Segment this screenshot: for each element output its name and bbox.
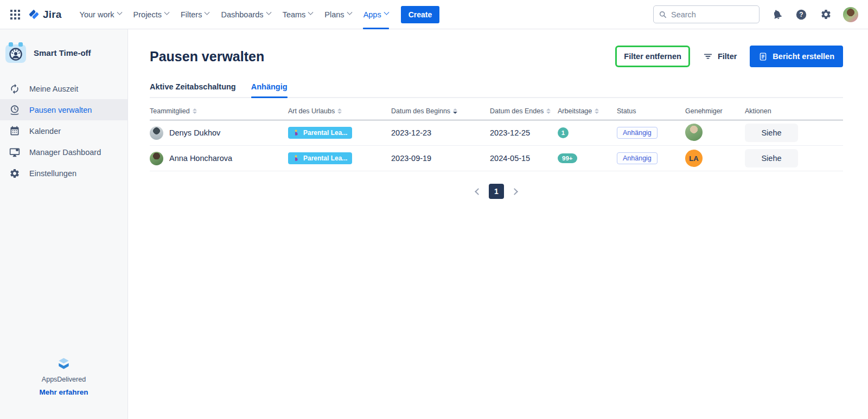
nav-label: Dashboards (221, 10, 263, 19)
brand-name: AppsDelivered (42, 376, 86, 383)
annotation-highlight-box: Filter entfernen (615, 46, 690, 67)
sidebar-item-pausen-verwalten[interactable]: Pausen verwalten (0, 99, 127, 120)
document-icon (758, 52, 768, 61)
grid-dots-icon (10, 10, 20, 20)
approver-avatar (685, 124, 703, 141)
chevron-down-icon (205, 10, 210, 15)
view-button[interactable]: Siehe (745, 149, 798, 167)
create-report-button[interactable]: Bericht erstellen (750, 46, 843, 67)
help-button[interactable]: ? (794, 8, 808, 22)
settings-button[interactable] (819, 8, 833, 22)
app-switcher-icon[interactable] (7, 6, 24, 23)
calendar-icon (8, 126, 21, 137)
primary-nav: Your work Projects Filters Dashboards Te… (74, 0, 394, 29)
sidebar-item-meine-auszeit[interactable]: Meine Auszeit (0, 78, 127, 99)
column-label: Teammitglied (150, 107, 190, 115)
sort-desc-icon[interactable] (453, 108, 457, 114)
leave-type-label: Parental Lea... (303, 154, 347, 162)
member-avatar (150, 126, 163, 140)
start-date-cell: 2023-09-19 (391, 154, 490, 163)
table-row: Anna Honcharova Parental Lea... 2023-09-… (150, 146, 843, 171)
search-input[interactable] (671, 10, 754, 19)
sidebar-item-label: Pausen verwalten (29, 106, 92, 114)
search-icon (659, 10, 667, 19)
global-search[interactable] (653, 5, 760, 23)
sidebar-item-kalender[interactable]: Kalender (0, 120, 127, 141)
remove-filter-button[interactable]: Filter entfernen (624, 52, 681, 61)
column-header-arbeitstage[interactable]: Arbeitstage (558, 107, 617, 115)
gear-icon (820, 9, 832, 20)
nav-item-dashboards[interactable]: Dashboards (215, 0, 276, 29)
column-header-datum-des-beginns[interactable]: Datum des Beginns (391, 107, 490, 115)
approver-avatar-initials: LA (685, 150, 703, 167)
sort-icon[interactable] (595, 108, 599, 114)
nav-label: Apps (363, 10, 381, 19)
tab-bar: Aktive Zeitabschaltung Anhängig (150, 82, 843, 98)
smart-time-off-app-icon (5, 42, 26, 63)
actions-cell: Siehe (745, 149, 843, 167)
notifications-button[interactable] (770, 8, 784, 22)
view-button[interactable]: Siehe (745, 124, 798, 142)
sort-icon[interactable] (193, 108, 197, 114)
refresh-clock-icon (8, 83, 21, 94)
sidebar-menu: Meine Auszeit Pausen verwalten Kalender … (0, 78, 127, 184)
sidebar-item-einstellungen[interactable]: Einstellungen (0, 163, 127, 184)
filter-button[interactable]: Filter (703, 51, 737, 61)
column-label: Datum des Endes (490, 107, 544, 115)
sidebar-footer: AppsDelivered Mehr erfahren (0, 356, 127, 419)
next-page-icon[interactable] (511, 188, 518, 195)
current-page-button[interactable]: 1 (489, 184, 504, 199)
chevron-down-icon (117, 10, 122, 15)
sidebar-item-label: Manager Dashboard (29, 148, 101, 157)
tab-aktive-zeitabschaltung[interactable]: Aktive Zeitabschaltung (150, 82, 236, 97)
table-row: Denys Dukhov Parental Lea... 2023-12-23 … (150, 120, 843, 146)
sort-icon[interactable] (337, 108, 342, 114)
filter-button-label: Filter (718, 52, 737, 61)
nav-label: Teams (283, 10, 306, 19)
nav-item-apps[interactable]: Apps (358, 0, 394, 29)
page-title: Pausen verwalten (150, 49, 264, 65)
nav-item-filters[interactable]: Filters (175, 0, 215, 29)
jira-logo[interactable]: Jira (27, 8, 62, 21)
app-header: Smart Time-off (0, 29, 127, 75)
create-report-label: Bericht erstellen (773, 52, 834, 61)
column-header-art-des-urlaubs[interactable]: Art des Urlaubs (288, 107, 391, 115)
workdays-badge: 99+ (558, 153, 577, 163)
column-header-datum-des-endes[interactable]: Datum des Endes (490, 107, 558, 115)
sidebar-item-label: Einstellungen (29, 169, 76, 178)
actions-cell: Siehe (745, 124, 843, 142)
top-navigation-bar: Jira Your work Projects Filters Dashboar… (0, 0, 868, 29)
sidebar-item-label: Meine Auszeit (29, 85, 78, 93)
nav-item-projects[interactable]: Projects (127, 0, 175, 29)
pregnant-person-icon (293, 129, 300, 137)
user-avatar[interactable] (843, 7, 858, 22)
jira-logo-text: Jira (43, 9, 62, 21)
leave-type-cell: Parental Lea... (288, 152, 391, 164)
sort-icon[interactable] (546, 108, 551, 114)
gear-clock-icon (8, 168, 21, 179)
svg-text:?: ? (799, 11, 803, 18)
nav-item-your-work[interactable]: Your work (74, 0, 127, 29)
create-button[interactable]: Create (401, 6, 440, 23)
status-badge: Anhängig (617, 152, 658, 164)
status-cell: Anhängig (617, 152, 685, 164)
previous-page-icon[interactable] (475, 188, 482, 195)
learn-more-link[interactable]: Mehr erfahren (39, 388, 88, 396)
end-date-cell: 2023-12-25 (490, 128, 558, 137)
leave-type-cell: Parental Lea... (288, 127, 391, 139)
sidebar-item-manager-dashboard[interactable]: Manager Dashboard (0, 141, 127, 163)
member-cell: Anna Honcharova (150, 152, 288, 165)
approver-cell: LA (685, 150, 745, 167)
nav-item-teams[interactable]: Teams (277, 0, 319, 29)
nav-item-plans[interactable]: Plans (318, 0, 357, 29)
chevron-down-icon (384, 10, 389, 15)
tab-anhaengig[interactable]: Anhängig (251, 82, 288, 97)
pagination: 1 (150, 184, 843, 199)
app-title: Smart Time-off (34, 48, 91, 57)
column-header-teammitglied[interactable]: Teammitglied (150, 107, 288, 115)
column-header-status: Status (617, 107, 685, 115)
nav-label: Your work (80, 10, 114, 19)
workdays-cell: 1 (558, 127, 617, 138)
table-header-row: Teammitglied Art des Urlaubs Datum des B… (150, 107, 843, 120)
column-header-genehmiger: Genehmiger (685, 107, 745, 115)
